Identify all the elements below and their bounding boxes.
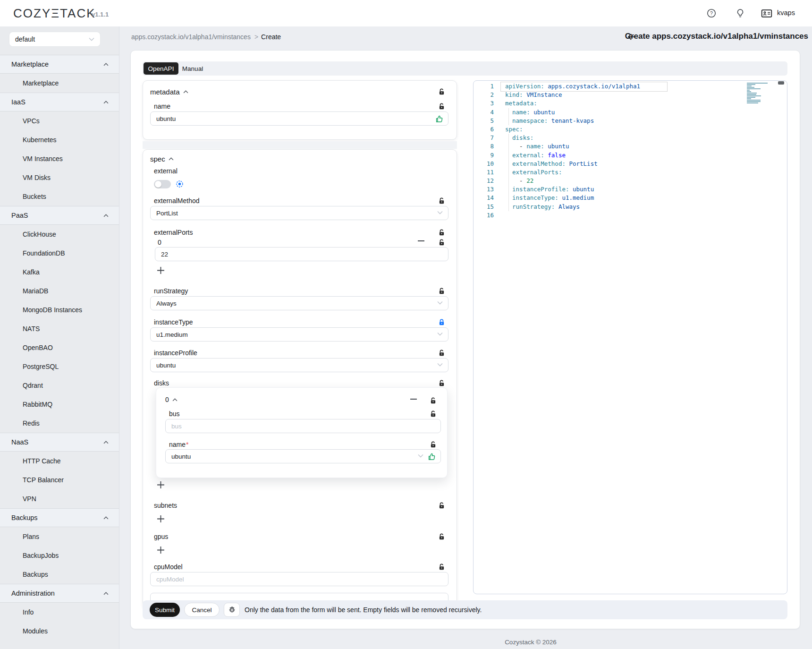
sidebar-item-kubernetes[interactable]: Kubernetes <box>0 130 119 149</box>
add-disk-plus-icon[interactable] <box>157 481 165 489</box>
instanceType-lock-closed-icon[interactable] <box>438 319 445 326</box>
sidebar-item-vpcs[interactable]: VPCs <box>0 111 119 130</box>
editor-line[interactable]: 7 disks: <box>473 134 737 142</box>
thumbs-up-icon[interactable] <box>428 453 436 461</box>
instanceProfile-lock-icon[interactable] <box>438 350 445 357</box>
editor-scrollbar-thumb[interactable] <box>778 81 784 85</box>
remove-item-minus-icon[interactable] <box>417 240 425 242</box>
bus-input-wrap <box>165 419 441 433</box>
disks-lock-icon[interactable] <box>438 380 445 387</box>
sidebar-item-marketplace[interactable]: Marketplace <box>0 74 119 93</box>
disk-name-select[interactable]: ubuntu <box>165 449 441 463</box>
sidebar-item-openbao[interactable]: OpenBAO <box>0 338 119 357</box>
sidebar-item-modules[interactable]: Modules <box>0 622 119 640</box>
add-gpu-plus-icon[interactable] <box>157 546 165 554</box>
sidebar-item-vm-disks[interactable]: VM Disks <box>0 168 119 187</box>
cpuModel-lock-icon[interactable] <box>438 564 445 571</box>
subnets-lock-icon[interactable] <box>438 502 445 509</box>
instanceProfile-select[interactable]: ubuntu <box>150 358 448 372</box>
editor-line[interactable]: 5 namespace: tenant-kvaps <box>473 117 737 125</box>
sidebar-item-mongodb-instances[interactable]: MongoDB Instances <box>0 300 119 319</box>
editor-line[interactable]: 14 instanceType: u1.medium <box>473 194 737 202</box>
sidebar-section-paas[interactable]: PaaS <box>0 206 119 225</box>
help-icon[interactable]: ? <box>706 8 717 19</box>
externalPorts-item-input[interactable] <box>155 248 448 261</box>
sidebar-item-kafka[interactable]: Kafka <box>0 263 119 282</box>
name-input[interactable] <box>151 112 448 125</box>
tab-openapi[interactable]: OpenAPI <box>144 62 178 75</box>
page-title: Create apps.cozystack.io/v1alpha1/vminst… <box>625 32 808 41</box>
tab-manual[interactable]: Manual <box>178 62 207 75</box>
submit-button[interactable]: Submit <box>150 603 180 617</box>
editor-line[interactable]: 13 instanceProfile: ubuntu <box>473 185 737 194</box>
metadata-lock-icon[interactable] <box>438 88 445 95</box>
username[interactable]: kvaps <box>777 9 795 17</box>
externalMethod-select[interactable]: PortList <box>150 206 448 220</box>
yaml-editor-lines[interactable]: 1apiVersion: apps.cozystack.io/v1alpha12… <box>473 82 737 220</box>
tenant-select[interactable]: default <box>9 32 100 46</box>
sidebar-section-marketplace[interactable]: Marketplace <box>0 55 119 74</box>
instanceType-select[interactable]: u1.medium <box>150 327 448 342</box>
editor-line[interactable]: 9 external: false <box>473 151 737 160</box>
sidebar-item-foundationdb[interactable]: FoundationDB <box>0 244 119 263</box>
editor-line[interactable]: 2kind: VMInstance <box>473 91 737 99</box>
user-badge-icon[interactable] <box>761 8 772 19</box>
breadcrumb-path[interactable]: apps.cozystack.io/v1alpha1/vminstances <box>131 33 251 41</box>
default-value-radio-icon[interactable] <box>176 180 184 188</box>
bus-input[interactable] <box>166 419 440 433</box>
cancel-button[interactable]: Cancel <box>184 603 220 617</box>
sidebar-item-postgresql[interactable]: PostgreSQL <box>0 357 119 376</box>
thumbs-up-icon[interactable] <box>435 115 444 123</box>
gpus-lock-icon[interactable] <box>438 533 445 540</box>
external-toggle[interactable] <box>154 180 171 188</box>
sidebar-item-redis[interactable]: Redis <box>0 414 119 433</box>
remove-disk-minus-icon[interactable] <box>410 398 417 400</box>
disks-item-lock-icon[interactable] <box>430 397 437 404</box>
editor-line[interactable]: 12 - 22 <box>473 177 737 185</box>
editor-minimap[interactable] <box>747 83 769 105</box>
disks-item-index-label[interactable]: 0 <box>165 396 178 403</box>
externalPorts-lock-icon[interactable] <box>438 229 445 236</box>
sidebar-item-vpn[interactable]: VPN <box>0 489 119 508</box>
sidebar-item-qdrant[interactable]: Qdrant <box>0 376 119 395</box>
editor-line[interactable]: 16 <box>473 211 737 220</box>
editor-line[interactable]: 8 - name: ubuntu <box>473 142 737 151</box>
add-port-plus-icon[interactable] <box>157 266 165 274</box>
editor-line[interactable]: 15 runStrategy: Always <box>473 203 737 211</box>
sidebar-section-administration[interactable]: Administration <box>0 584 119 603</box>
runStrategy-select[interactable]: Always <box>150 296 448 310</box>
externalPorts-item-lock-icon[interactable] <box>438 239 445 246</box>
sidebar-section-backups[interactable]: Backups <box>0 508 119 527</box>
editor-line[interactable]: 1apiVersion: apps.cozystack.io/v1alpha1 <box>473 82 737 91</box>
sidebar-section-iaas[interactable]: IaaS <box>0 93 119 111</box>
sidebar-section-naas[interactable]: NaaS <box>0 433 119 452</box>
metadata-section-label[interactable]: metadata <box>150 88 188 96</box>
debug-bug-button[interactable] <box>224 603 240 617</box>
sidebar-item-tcp-balancer[interactable]: TCP Balancer <box>0 470 119 489</box>
spec-section-label[interactable]: spec <box>150 155 174 163</box>
editor-line[interactable]: 10 externalMethod: PortList <box>473 160 737 168</box>
sidebar-item-vm-instances[interactable]: VM Instances <box>0 149 119 168</box>
sidebar-item-http-cache[interactable]: HTTP Cache <box>0 452 119 470</box>
sidebar-item-rabbitmq[interactable]: RabbitMQ <box>0 395 119 414</box>
cpuModel-input[interactable] <box>151 572 448 586</box>
disk-name-lock-icon[interactable] <box>430 441 437 448</box>
sidebar-item-clickhouse[interactable]: ClickHouse <box>0 225 119 244</box>
editor-line[interactable]: 4 name: ubuntu <box>473 108 737 117</box>
editor-line[interactable]: 6spec: <box>473 125 737 134</box>
sidebar-item-info[interactable]: Info <box>0 603 119 622</box>
editor-line[interactable]: 11 externalPorts: <box>473 168 737 177</box>
add-subnet-plus-icon[interactable] <box>157 515 165 523</box>
sidebar-item-mariadb[interactable]: MariaDB <box>0 282 119 300</box>
sidebar-item-backups[interactable]: Backups <box>0 565 119 584</box>
bus-lock-icon[interactable] <box>430 410 437 418</box>
externalMethod-lock-icon[interactable] <box>438 197 445 205</box>
sidebar-item-backupjobs[interactable]: BackupJobs <box>0 546 119 565</box>
runStrategy-lock-icon[interactable] <box>438 288 445 295</box>
name-lock-icon[interactable] <box>438 103 445 110</box>
theme-bulb-icon[interactable] <box>735 8 746 19</box>
sidebar-item-buckets[interactable]: Buckets <box>0 187 119 206</box>
editor-line[interactable]: 3metadata: <box>473 99 737 108</box>
sidebar-item-plans[interactable]: Plans <box>0 527 119 546</box>
sidebar-item-nats[interactable]: NATS <box>0 319 119 338</box>
